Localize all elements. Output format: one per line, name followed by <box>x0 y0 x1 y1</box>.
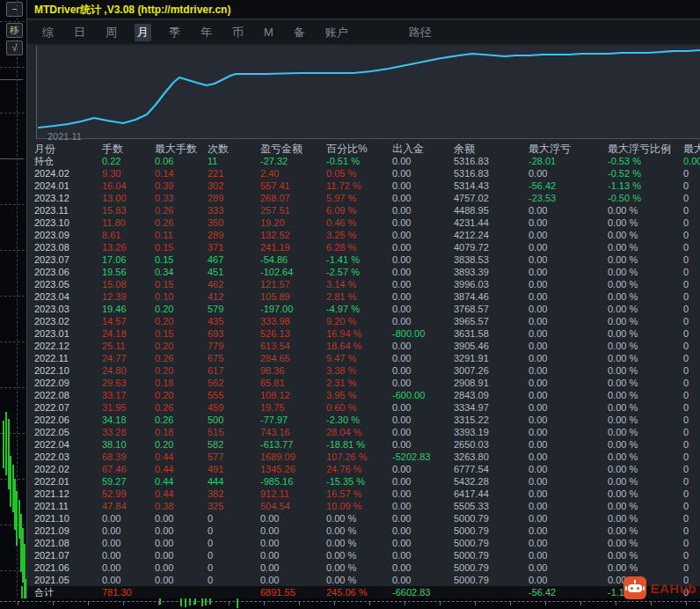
volume-tick <box>159 598 161 605</box>
table-cell: 0.00 <box>529 303 608 315</box>
table-row[interactable]: 2024.0116.040.39302557.4111.72 %0.005314… <box>27 180 700 192</box>
table-cell: 0.20 <box>155 364 208 377</box>
table-cell: 3631.58 <box>454 327 529 340</box>
menu-item-周[interactable]: 周 <box>103 24 120 41</box>
table-row[interactable]: 2022.0833.170.20555108.123.95 %-600.0028… <box>27 389 700 401</box>
table-cell: 3334.97 <box>454 401 529 414</box>
gridline <box>0 21 25 22</box>
table-row[interactable]: 2022.1225.110.20779613.5418.64 %0.003905… <box>27 340 700 352</box>
table-row[interactable]: 2023.1115.830.26333257.516.09 %0.004488.… <box>27 204 700 216</box>
table-row[interactable]: 2022.0533.280.18515743.1628.04 %0.003393… <box>27 426 700 438</box>
column-header: 最大浮亏 <box>529 143 608 155</box>
table-cell: 0.00 <box>392 167 454 180</box>
table-row[interactable]: 2022.0731.950.2645919.750.60 %0.003334.9… <box>27 401 700 414</box>
table-row[interactable]: 2021.090.000.0000.000.00 %0.005000.790.0… <box>27 525 700 537</box>
table-row[interactable]: 2023.0214.570.20435333.989.20 %0.003965.… <box>27 315 700 327</box>
minimize-button[interactable]: − <box>6 2 23 17</box>
menu-item-季[interactable]: 季 <box>166 24 183 41</box>
menu-item-日[interactable]: 日 <box>71 24 88 41</box>
table-cell: 2024.02 <box>34 167 102 180</box>
menu-item-M[interactable]: M <box>261 25 276 40</box>
move-button[interactable]: 移 <box>6 23 23 38</box>
table-row[interactable]: 2023.0412.390.10412105.892.81 %0.003874.… <box>27 290 700 303</box>
menu-item-账户[interactable]: 账户 <box>323 24 351 41</box>
table-row[interactable]: 2022.0267.460.444911345.2624.76 %0.00677… <box>27 463 700 475</box>
table-cell: 0.00 <box>102 561 155 574</box>
table-row[interactable]: 2023.0619.560.34451-102.64-2.57 %0.00389… <box>27 266 700 278</box>
table-cell: 0 <box>683 204 700 216</box>
menu-item-币[interactable]: 币 <box>230 24 246 41</box>
table-cell: 0.00 <box>260 537 326 549</box>
table-cell: 2022.11 <box>34 352 102 364</box>
table-cell: 0 <box>683 426 700 438</box>
table-row[interactable]: 2023.1011.800.2635019.200.46 %0.004231.4… <box>27 216 700 229</box>
table-row[interactable]: 2021.1147.840.38325504.5410.09 %0.005505… <box>27 500 700 512</box>
table-cell: 0.00 <box>529 229 608 241</box>
table-row[interactable]: 2021.100.000.0000.000.00 %0.005000.790.0… <box>27 512 700 525</box>
table-cell: 302 <box>208 180 260 192</box>
table-cell: 4231.44 <box>454 216 529 229</box>
table-row[interactable]: 2023.0515.080.15462121.573.14 %0.003996.… <box>27 278 700 290</box>
table-row[interactable]: 2022.0438.100.20582-613.77-18.81 %0.0026… <box>27 438 700 451</box>
menu-item-备[interactable]: 备 <box>291 24 308 41</box>
table-cell: 3996.03 <box>454 278 529 290</box>
axis-tick <box>651 602 652 605</box>
table-cell: 0.00 <box>260 561 326 574</box>
table-cell: 0 <box>683 488 700 500</box>
table-row[interactable]: 2021.050.000.0000.000.00 %0.005000.790.0… <box>27 574 700 586</box>
table-cell: -56.42 <box>529 180 608 192</box>
table-cell: 0.00 % <box>608 414 683 426</box>
axis-tick <box>53 602 54 605</box>
table-row[interactable]: 2023.0813.260.15371241.196.28 %0.004079.… <box>27 241 700 253</box>
table-cell: 0.00 <box>102 574 155 586</box>
table-row[interactable]: 2022.0634.180.26500-77.97-2.30 %0.003315… <box>27 414 700 426</box>
axis-tick <box>580 602 581 605</box>
table-row[interactable]: 持仓0.220.0611-27.32-0.51 %0.005316.83-28.… <box>27 155 700 167</box>
check-button[interactable]: √ <box>6 40 23 55</box>
table-row[interactable]: 2023.0717.060.15467-54.86-1.41 %0.003838… <box>27 253 700 266</box>
volume-tick <box>180 598 182 606</box>
candle <box>16 491 18 546</box>
table-cell: 0.00 % <box>608 561 683 574</box>
table-cell: -985.16 <box>260 475 326 488</box>
menu-item-月[interactable]: 月 <box>135 24 151 41</box>
table-row[interactable]: 2024.029.300.142212.400.05 %0.005316.830… <box>27 167 700 180</box>
table-cell: 2022.12 <box>34 340 102 352</box>
table-cell: 0.60 % <box>326 401 392 414</box>
axis-tick <box>369 602 370 605</box>
table-row[interactable]: 2021.070.000.0000.000.00 %0.005000.790.0… <box>27 549 700 561</box>
table-row[interactable]: 2022.1024.800.2061798.363.38 %0.003007.2… <box>27 364 700 377</box>
table-cell: 2.81 % <box>326 290 392 303</box>
table-row[interactable]: 2021.080.000.0000.000.00 %0.005000.790.0… <box>27 537 700 549</box>
table-row[interactable]: 2023.0319.460.20579-197.00-4.97 %0.00376… <box>27 303 700 315</box>
table-cell: 9.20 % <box>326 315 392 327</box>
table-row[interactable]: 2022.0368.390.445771689.09107.26 %-5202.… <box>27 451 700 463</box>
table-cell: 0.00 <box>392 180 454 192</box>
table-row[interactable]: 2023.0124.180.15693526.1316.94 %-800.003… <box>27 327 700 340</box>
axis-tick <box>510 602 511 605</box>
watermark-label: EAHub <box>651 581 697 596</box>
table-cell: -27.32 <box>260 155 326 167</box>
table-row[interactable]: 2023.098.610.11289132.523.25 %0.004212.2… <box>27 229 700 241</box>
table-row[interactable]: 2022.0929.630.1856265.812.31 %0.002908.9… <box>27 377 700 389</box>
table-row[interactable]: 2022.0159.270.44444-985.16-15.35 %0.0054… <box>27 475 700 488</box>
menu-item-path[interactable]: 路径 <box>406 24 434 41</box>
table-cell: 0.00 % <box>608 315 683 327</box>
table-cell: 0 <box>683 463 700 475</box>
table-cell: 2022.05 <box>34 426 102 438</box>
table-cell: 4079.72 <box>454 241 529 253</box>
table-row[interactable]: 2023.1213.000.33289268.075.97 %0.004757.… <box>27 192 700 204</box>
table-cell: 0.14 <box>155 167 208 180</box>
table-cell: 444 <box>208 475 260 488</box>
table-cell: 2908.91 <box>454 377 529 389</box>
table-cell: 2022.08 <box>34 389 102 401</box>
table-row[interactable]: 2022.1124.770.26675284.659.47 %0.003291.… <box>27 352 700 364</box>
table-row[interactable]: 2021.1252.990.44382912.1116.57 %0.006417… <box>27 488 700 500</box>
menu-item-综[interactable]: 综 <box>40 24 56 41</box>
table-row[interactable]: 2021.060.000.0000.000.00 %0.005000.790.0… <box>27 561 700 574</box>
table-cell: 0.00 <box>529 389 608 401</box>
table-cell: 2023.07 <box>34 253 102 266</box>
table-cell: 8.61 <box>102 229 155 241</box>
menu-item-年[interactable]: 年 <box>198 24 215 41</box>
total-row[interactable]: 合计781.306891.55245.06 %-6602.83-56.42-1.… <box>27 586 700 598</box>
